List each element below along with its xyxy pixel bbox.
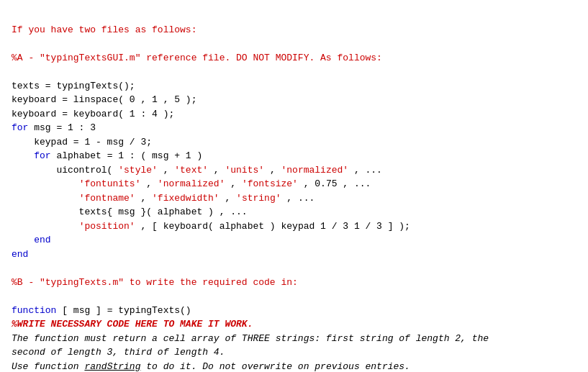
code-line-end1: end	[12, 249, 28, 260]
code-line-4: for msg = 1 : 3	[12, 122, 96, 133]
desc-line1: The function must return a cell array of…	[12, 333, 489, 344]
code-line-1: texts = typingTexts();	[12, 81, 135, 91]
code-content: If you have two files as follows: %A - "…	[12, 9, 576, 372]
code-line-3: keyboard = keyboard( 1 : 4 );	[12, 109, 174, 119]
section-b-header: %B - "typingTexts.m" to write the requir…	[12, 277, 298, 288]
code-line-12: end	[12, 235, 51, 245]
desc-line3: Use function randString to do it. Do not…	[12, 361, 410, 372]
code-line-7: uicontrol( 'style' , 'text' , 'units' , …	[12, 165, 382, 176]
intro-line: If you have two files as follows:	[12, 24, 196, 35]
section-a-header: %A - "typingTextsGUI.m" reference file. …	[12, 53, 382, 63]
desc-line2: second of length 3, third of length 4.	[12, 347, 225, 358]
code-line-10: texts{ msg }( alphabet ) , ...	[12, 207, 248, 217]
code-line-9: 'fontname' , 'fixedwidth' , 'string' , .…	[12, 193, 315, 204]
code-line-5: keypad = 1 - msg / 3;	[12, 137, 152, 148]
function-line: function [ msg ] = typingTexts()	[12, 305, 191, 316]
code-line-8: 'fontunits' , 'normalized' , 'fontsize' …	[12, 178, 371, 189]
code-line-2: keyboard = linspace( 0 , 1 , 5 );	[12, 94, 196, 105]
write-code-comment: %WRITE NECESSARY CODE HERE TO MAKE IT WO…	[12, 319, 253, 330]
code-line-11: 'position' , [ keyboard( alphabet ) keyp…	[12, 221, 410, 232]
code-line-6: for alphabet = 1 : ( msg + 1 )	[12, 150, 202, 161]
